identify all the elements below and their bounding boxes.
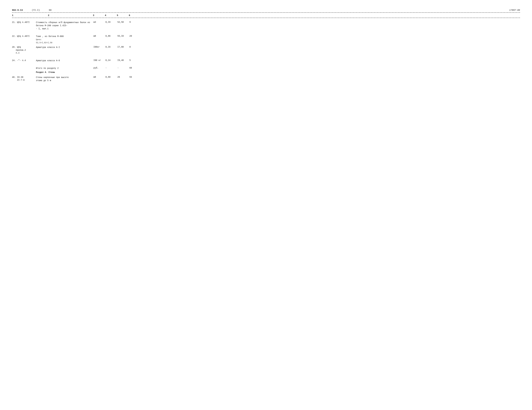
row-22-desc: Тоже , из бетона М-800 Цена:52,5+I,02+I,… — [36, 35, 93, 44]
table-row: 21. ЦСЦ п.487I Стоимость сборных ж/б фун… — [12, 21, 520, 30]
row-24-id: 24. -"- п.4 — [12, 59, 36, 62]
row-48-desc: Стены кирпичные при высотеэтажа до 5 м — [36, 76, 93, 82]
row-28-total: 8 — [129, 46, 138, 48]
row-21-total: 9 — [129, 21, 138, 23]
col-header-5: 5 — [117, 14, 129, 17]
row-22-total: 20 — [129, 35, 138, 37]
section-4-id — [12, 71, 36, 73]
table-row: 28. ЦСЦ прилож.2 п.I Арматура класса А-I… — [12, 46, 520, 55]
row-21-price: 52,50 — [117, 21, 129, 23]
row-28-qty: 0,I6 — [105, 46, 117, 48]
row-24-qty: 0,24 — [105, 59, 117, 62]
table-body: 21. ЦСЦ п.487I Стоимость сборных ж/б фун… — [12, 21, 520, 82]
col-header-4: 4 — [105, 14, 117, 17]
table-row: 24. -"- п.4 Арматура класса А-8 I00 кг 0… — [12, 59, 520, 62]
row-21-unit: м3 — [93, 21, 105, 23]
row-48-qty: 8,68 — [105, 76, 117, 78]
row-48-price: 26 — [117, 76, 129, 78]
row-22-price: 55,I0 — [117, 35, 129, 37]
row-28-desc: Арматура класса А-I — [36, 46, 93, 49]
doc-number: 17897-06 — [509, 9, 520, 11]
section-4-title: Раздел 4. Стены — [36, 71, 93, 73]
row-22-id: 22. ЦСЦ п.487I — [12, 35, 36, 38]
section-4-label-row: Раздел 4. Стены — [12, 71, 520, 73]
row-21-id: 21. ЦСЦ п.487I — [12, 21, 36, 24]
itogo-price: - — [117, 67, 129, 70]
col-header-3: 3 — [93, 14, 105, 17]
row-24-desc: Арматура класса А-8 — [36, 59, 93, 62]
row-28-id: 28. ЦСЦ прилож.2 п.I — [12, 46, 36, 55]
row-24-price: I9,40 — [117, 59, 129, 62]
row-22-qty: 0,86 — [105, 35, 117, 37]
row-24-total: 5 — [129, 59, 138, 62]
itogo-total: 68 — [129, 67, 138, 70]
col-header-1: 1 — [12, 14, 36, 17]
col-header-2: 2 — [36, 14, 93, 17]
row-22-unit: м8 — [93, 35, 105, 37]
top-divider — [12, 12, 520, 13]
row-48-unit: м8 — [93, 76, 105, 78]
row-21-qty: 0,I8 — [105, 21, 117, 23]
row-21-desc: Стоимость сборных ж/б фундаментных балок… — [36, 21, 93, 30]
row-48-total: 94 — [129, 76, 138, 78]
itogo-row: Итого по разделу 2 руб. - - 68 — [12, 67, 520, 70]
itogo-id — [12, 67, 36, 70]
doc-id: 902-9-I4 — [12, 9, 23, 11]
itogo-qty: - — [105, 67, 117, 70]
table-row: 22. ЦСЦ п.487I Тоже , из бетона М-800 Це… — [12, 35, 520, 44]
row-24-unit: I00 кг — [93, 59, 105, 62]
itogo-desc: Итого по разделу 2 — [36, 67, 93, 70]
row-28-price: I7,80 — [117, 46, 129, 48]
row-22-subdesc: Цена:52,5+I,02+I,58 — [36, 38, 52, 44]
table-row: 48. I8-38 2I-7-А Стены кирпичные при выс… — [12, 76, 520, 82]
page-num: 68 — [49, 9, 52, 11]
column-header-row: 1 2 3 4 5 6 — [12, 13, 520, 18]
col-header-6: 6 — [129, 14, 138, 17]
row-28-unit: I00кг — [93, 46, 105, 48]
page-header: 902-9-I4 (YI.I) 68 17897-06 — [12, 9, 520, 11]
page-container: 902-9-I4 (YI.I) 68 17897-06 1 2 3 4 5 6 … — [12, 9, 520, 82]
row-48-id: 48. I8-38 2I-7-А — [12, 76, 36, 82]
section-code: (YI.I) — [32, 9, 40, 11]
itogo-unit: руб. — [93, 67, 105, 70]
